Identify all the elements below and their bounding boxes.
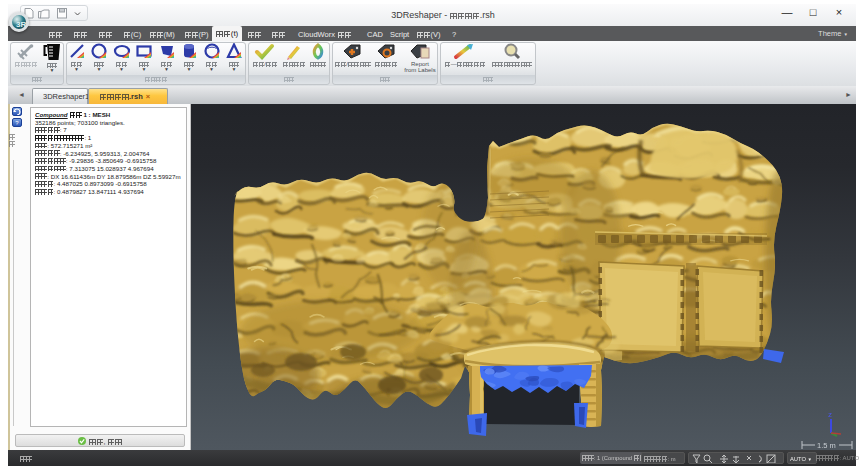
svg-text:z: z [828,410,832,419]
svg-text:1.5 m: 1.5 m [817,441,836,450]
